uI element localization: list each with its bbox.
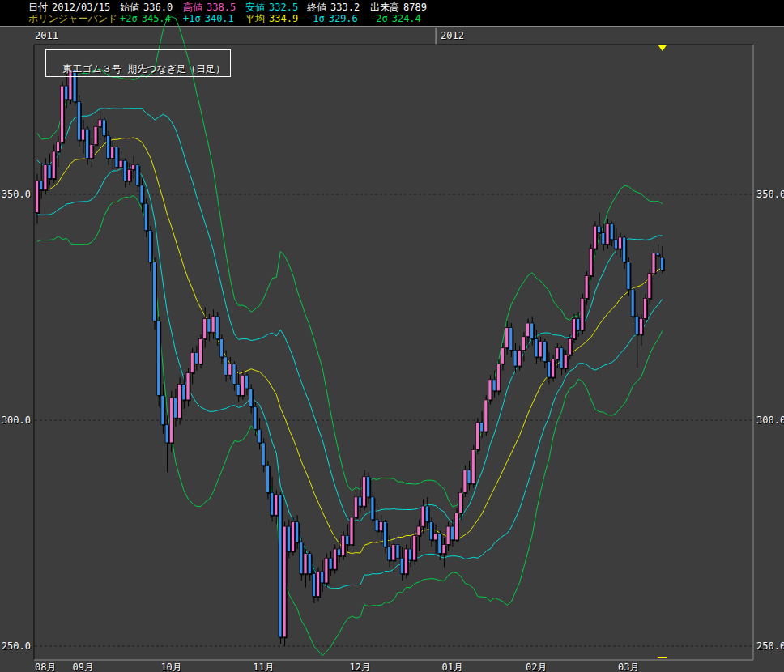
candle[interactable] <box>178 377 183 425</box>
candle[interactable] <box>153 257 158 330</box>
candle[interactable] <box>157 317 162 407</box>
candle[interactable] <box>589 244 594 280</box>
candle[interactable] <box>48 154 53 185</box>
candle[interactable] <box>379 515 384 544</box>
candle[interactable] <box>358 479 363 513</box>
candle[interactable] <box>560 346 565 375</box>
candle[interactable] <box>375 504 380 538</box>
candle[interactable] <box>429 517 434 547</box>
candle[interactable] <box>585 271 590 305</box>
candle[interactable] <box>518 346 522 371</box>
candle[interactable] <box>513 343 518 372</box>
candle[interactable] <box>94 122 99 151</box>
candle[interactable] <box>304 549 309 588</box>
candle[interactable] <box>648 269 653 305</box>
candle[interactable] <box>283 522 288 647</box>
candle[interactable] <box>36 174 40 223</box>
candle[interactable] <box>455 508 460 542</box>
candle[interactable] <box>556 343 560 368</box>
candle[interactable] <box>317 567 322 601</box>
candle[interactable] <box>484 395 489 436</box>
candle[interactable] <box>61 82 66 145</box>
candle[interactable] <box>450 520 455 547</box>
candle[interactable] <box>300 538 305 581</box>
candle[interactable] <box>652 249 657 280</box>
candle[interactable] <box>262 438 266 472</box>
candle[interactable] <box>417 520 422 551</box>
candle[interactable] <box>329 551 334 576</box>
candle[interactable] <box>232 362 237 391</box>
candle[interactable] <box>148 226 153 271</box>
candle[interactable] <box>383 520 388 554</box>
candle[interactable] <box>614 228 619 255</box>
candle[interactable] <box>434 524 439 553</box>
candle[interactable] <box>190 348 195 385</box>
candle[interactable] <box>136 163 141 192</box>
candle[interactable] <box>186 368 191 407</box>
candle[interactable] <box>631 285 636 323</box>
candle[interactable] <box>413 531 418 565</box>
candle[interactable] <box>602 223 607 251</box>
candle[interactable] <box>627 257 632 296</box>
candle[interactable] <box>271 477 275 522</box>
candle[interactable] <box>245 372 250 395</box>
candle[interactable] <box>111 140 116 169</box>
candle[interactable] <box>194 346 199 371</box>
candle[interactable] <box>404 545 409 579</box>
candle[interactable] <box>275 491 279 525</box>
candle[interactable] <box>119 151 124 177</box>
candle[interactable] <box>371 492 376 526</box>
candle[interactable] <box>446 522 451 551</box>
candle[interactable] <box>279 492 283 644</box>
candle[interactable] <box>228 357 233 380</box>
candle[interactable] <box>321 560 326 592</box>
candle[interactable] <box>363 470 368 510</box>
candle[interactable] <box>333 545 338 574</box>
candle[interactable] <box>488 375 493 404</box>
candle[interactable] <box>425 497 430 529</box>
candle[interactable] <box>144 199 149 237</box>
candle[interactable] <box>296 515 300 549</box>
candle[interactable] <box>442 538 447 567</box>
candle[interactable] <box>635 312 640 368</box>
candle[interactable] <box>475 418 480 454</box>
candle[interactable] <box>82 120 87 154</box>
candle[interactable] <box>400 547 405 581</box>
candle[interactable] <box>471 445 476 488</box>
candle[interactable] <box>249 384 254 413</box>
candle[interactable] <box>496 359 501 396</box>
candle[interactable] <box>182 375 187 409</box>
candle[interactable] <box>598 212 603 240</box>
candle[interactable] <box>656 244 661 266</box>
candle[interactable] <box>639 314 644 346</box>
candle[interactable] <box>552 355 556 382</box>
candle[interactable] <box>354 491 359 525</box>
candle[interactable] <box>40 163 45 199</box>
candle[interactable] <box>56 136 61 168</box>
candle[interactable] <box>660 246 665 273</box>
candle[interactable] <box>219 334 224 364</box>
candle[interactable] <box>539 337 543 362</box>
candle[interactable] <box>52 145 57 184</box>
candle[interactable] <box>128 163 133 185</box>
candle[interactable] <box>623 235 628 269</box>
candle[interactable] <box>350 511 355 549</box>
candle[interactable] <box>619 232 624 257</box>
candle[interactable] <box>325 554 330 588</box>
price-chart[interactable] <box>0 0 784 672</box>
candle[interactable] <box>543 339 548 368</box>
candle[interactable] <box>581 294 586 334</box>
candle[interactable] <box>132 156 137 179</box>
candle[interactable] <box>266 461 271 499</box>
candle[interactable] <box>342 531 347 560</box>
candle[interactable] <box>409 538 414 567</box>
candle[interactable] <box>606 219 611 249</box>
candle[interactable] <box>573 314 577 343</box>
candle[interactable] <box>287 520 292 558</box>
candle[interactable] <box>548 352 552 384</box>
candle[interactable] <box>292 517 296 555</box>
candle[interactable] <box>526 318 531 347</box>
candle[interactable] <box>169 391 174 452</box>
candle[interactable] <box>77 95 82 147</box>
candle[interactable] <box>90 138 95 167</box>
